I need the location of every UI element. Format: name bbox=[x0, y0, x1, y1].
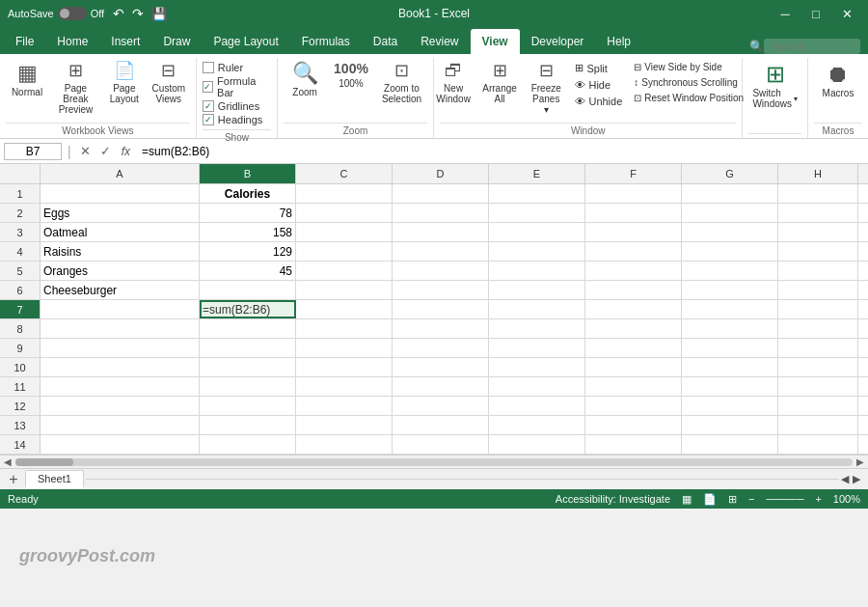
cell-h10[interactable] bbox=[778, 358, 858, 376]
cell-d6[interactable] bbox=[393, 281, 489, 299]
cell-a4[interactable]: Raisins bbox=[41, 242, 200, 261]
confirm-formula-icon[interactable]: ✓ bbox=[97, 144, 114, 158]
tab-review[interactable]: Review bbox=[409, 29, 470, 54]
cell-h12[interactable] bbox=[778, 397, 858, 415]
add-sheet-button[interactable]: + bbox=[4, 471, 23, 488]
zoom-100-button[interactable]: 100% 100% bbox=[328, 58, 374, 92]
tab-file[interactable]: File bbox=[4, 29, 45, 54]
scroll-right-icon[interactable]: ▶ bbox=[856, 456, 864, 467]
headings-checkbox[interactable]: ✓ Headings bbox=[203, 114, 271, 125]
cell-c10[interactable] bbox=[296, 358, 393, 376]
cell-e3[interactable] bbox=[489, 223, 585, 241]
cell-h6[interactable] bbox=[778, 281, 858, 299]
cell-g2[interactable] bbox=[682, 204, 778, 222]
cell-a6[interactable]: Cheeseburger bbox=[41, 281, 200, 299]
scroll-left-icon[interactable]: ◀ bbox=[4, 456, 12, 467]
cell-g6[interactable] bbox=[682, 281, 778, 299]
cell-a2[interactable]: Eggs bbox=[41, 204, 200, 222]
formula-bar-checkbox[interactable]: ✓ Formula Bar bbox=[203, 75, 271, 98]
save-button[interactable]: 💾 bbox=[149, 7, 170, 21]
cell-a7[interactable] bbox=[41, 300, 200, 318]
tab-home[interactable]: Home bbox=[45, 29, 99, 54]
col-header-f[interactable]: F bbox=[585, 164, 682, 183]
cell-b1[interactable]: Calories bbox=[200, 184, 296, 203]
cell-b9[interactable] bbox=[200, 339, 296, 357]
col-header-h[interactable]: H bbox=[778, 164, 858, 183]
cell-a13[interactable] bbox=[41, 416, 200, 434]
cancel-formula-icon[interactable]: ✕ bbox=[77, 144, 94, 158]
cell-d11[interactable] bbox=[393, 377, 489, 396]
normal-view-button[interactable]: ▦ Normal bbox=[6, 58, 48, 100]
undo-button[interactable]: ↶ bbox=[110, 6, 127, 21]
cell-a8[interactable] bbox=[41, 319, 200, 338]
cell-e8[interactable] bbox=[489, 319, 585, 338]
cell-g1[interactable] bbox=[682, 184, 778, 203]
maximize-button[interactable]: □ bbox=[802, 4, 829, 23]
cell-g13[interactable] bbox=[682, 416, 778, 434]
cell-f14[interactable] bbox=[585, 435, 682, 454]
zoom-in-icon[interactable]: + bbox=[815, 493, 821, 505]
tab-page-layout[interactable]: Page Layout bbox=[202, 29, 289, 54]
cell-e10[interactable] bbox=[489, 358, 585, 376]
search-icon[interactable]: 🔍 bbox=[749, 40, 764, 53]
cell-f1[interactable] bbox=[585, 184, 682, 203]
cell-d8[interactable] bbox=[393, 319, 489, 338]
cell-b14[interactable] bbox=[200, 435, 296, 454]
cell-h14[interactable] bbox=[778, 435, 858, 454]
synchronous-scrolling-button[interactable]: ↕ Synchronous Scrolling bbox=[629, 75, 745, 90]
cell-f3[interactable] bbox=[585, 223, 682, 241]
new-window-button[interactable]: 🗗 NewWindow bbox=[431, 58, 475, 118]
sheet-tab-sheet1[interactable]: Sheet1 bbox=[25, 470, 84, 488]
cell-h1[interactable] bbox=[778, 184, 858, 203]
col-header-g[interactable]: G bbox=[682, 164, 778, 183]
cell-d9[interactable] bbox=[393, 339, 489, 357]
cell-g11[interactable] bbox=[682, 377, 778, 396]
view-side-by-side-button[interactable]: ⊟ View Side by Side bbox=[629, 60, 745, 74]
unhide-button[interactable]: 👁 Unhide bbox=[570, 94, 627, 109]
redo-button[interactable]: ↷ bbox=[129, 6, 147, 21]
tab-scroll-right-button[interactable]: ▶ bbox=[853, 473, 860, 485]
cell-c9[interactable] bbox=[296, 339, 393, 357]
row-header-10[interactable]: 10 bbox=[0, 358, 41, 376]
cell-e6[interactable] bbox=[489, 281, 585, 299]
h-scrollbar-thumb[interactable] bbox=[15, 458, 73, 466]
cell-c5[interactable] bbox=[296, 262, 393, 280]
cell-e7[interactable] bbox=[489, 300, 585, 318]
cell-d3[interactable] bbox=[393, 223, 489, 241]
cell-c6[interactable] bbox=[296, 281, 393, 299]
cell-e1[interactable] bbox=[489, 184, 585, 203]
cell-a5[interactable]: Oranges bbox=[41, 262, 200, 280]
col-header-b[interactable]: B bbox=[200, 164, 296, 183]
cell-b6[interactable] bbox=[200, 281, 296, 299]
cell-d10[interactable] bbox=[393, 358, 489, 376]
cell-f11[interactable] bbox=[585, 377, 682, 396]
cell-c8[interactable] bbox=[296, 319, 393, 338]
cell-b13[interactable] bbox=[200, 416, 296, 434]
cell-b11[interactable] bbox=[200, 377, 296, 396]
col-header-e[interactable]: E bbox=[489, 164, 585, 183]
row-header-11[interactable]: 11 bbox=[0, 377, 41, 396]
tab-insert[interactable]: Insert bbox=[99, 29, 151, 54]
cell-e4[interactable] bbox=[489, 242, 585, 261]
row-header-1[interactable]: 1 bbox=[0, 184, 41, 203]
zoom-button[interactable]: 🔍 Zoom bbox=[284, 58, 326, 100]
row-header-6[interactable]: 6 bbox=[0, 281, 41, 299]
reset-window-position-button[interactable]: ⊡ Reset Window Position bbox=[629, 91, 745, 105]
cell-a11[interactable] bbox=[41, 377, 200, 396]
cell-reference-input[interactable] bbox=[4, 143, 62, 160]
zoom-slider[interactable]: ───── bbox=[766, 493, 803, 505]
cell-d12[interactable] bbox=[393, 397, 489, 415]
cell-g10[interactable] bbox=[682, 358, 778, 376]
tab-view[interactable]: View bbox=[471, 29, 520, 54]
cell-g4[interactable] bbox=[682, 242, 778, 261]
cell-h3[interactable] bbox=[778, 223, 858, 241]
cell-e2[interactable] bbox=[489, 204, 585, 222]
cell-c13[interactable] bbox=[296, 416, 393, 434]
cell-f12[interactable] bbox=[585, 397, 682, 415]
cell-c11[interactable] bbox=[296, 377, 393, 396]
tab-formulas[interactable]: Formulas bbox=[290, 29, 362, 54]
cell-c2[interactable] bbox=[296, 204, 393, 222]
horizontal-scrollbar[interactable]: ◀ ▶ bbox=[0, 455, 868, 468]
page-layout-button[interactable]: 📄 PageLayout bbox=[103, 58, 146, 107]
h-scrollbar-track[interactable] bbox=[15, 458, 853, 466]
